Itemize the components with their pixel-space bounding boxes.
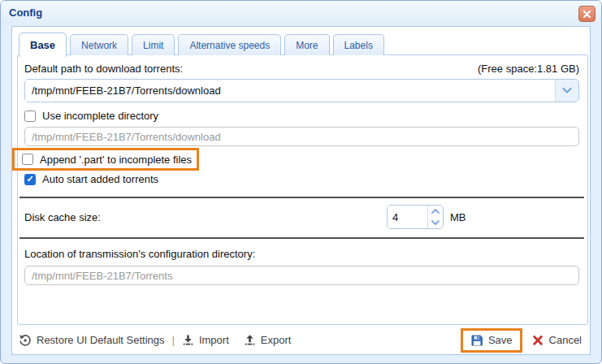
save-label: Save [488,334,513,346]
restore-icon [19,334,32,347]
auto-start-label: Auto start added torrents [42,173,158,185]
close-icon[interactable] [578,6,596,22]
export-button[interactable]: Export [244,334,292,346]
import-label: Import [199,334,229,346]
config-dir-label: Location of transmission's configuration… [24,248,255,260]
incomplete-path-input[interactable] [24,127,579,146]
config-dialog: Config Base Network Limit Alternative sp… [0,0,602,364]
chevron-down-icon[interactable] [555,80,578,102]
dialog-body-panel: Base Network Limit Alternative speeds Mo… [11,26,591,355]
tab-strip: Base Network Limit Alternative speeds Mo… [19,32,384,55]
tab-base[interactable]: Base [19,32,67,57]
append-part-row: Append '.part' to incomplete files [22,154,192,166]
default-path-input[interactable] [25,80,555,102]
tab-limit[interactable]: Limit [132,34,175,55]
import-button[interactable]: Import [182,334,229,346]
spinner-down-icon[interactable] [428,217,443,228]
use-incomplete-label: Use incomplete directory [42,110,158,122]
cancel-label: Cancel [549,334,582,346]
disk-cache-unit: MB [450,211,466,223]
tab-more[interactable]: More [284,34,329,55]
import-icon [182,334,194,346]
export-icon [244,334,256,346]
footer-separator: | [172,334,175,346]
divider [19,237,584,239]
tab-labels[interactable]: Labels [333,34,384,55]
append-part-label: Append '.part' to incomplete files [40,154,192,166]
dialog-titlebar: Config [1,1,601,25]
footer-toolbar: Restore UI Default Settings | Import Exp… [19,326,583,354]
save-highlight-box: Save [461,328,522,353]
save-button[interactable]: Save [470,334,513,347]
disk-cache-spinner [387,205,444,229]
default-path-combobox [24,79,579,102]
disk-cache-label: Disk cache size: [24,211,101,223]
restore-defaults-button[interactable]: Restore UI Default Settings [19,334,165,347]
auto-start-row: Auto start added torrents [24,173,158,185]
spinner-up-icon[interactable] [428,206,443,217]
cancel-button[interactable]: Cancel [531,334,582,347]
export-label: Export [261,334,292,346]
tab-network[interactable]: Network [70,34,128,55]
tab-alternative-speeds[interactable]: Alternative speeds [178,34,281,55]
divider [19,197,584,198]
append-part-highlight-box: Append '.part' to incomplete files [12,148,199,171]
use-incomplete-checkbox[interactable] [24,110,36,122]
save-icon [470,334,483,347]
base-tab-panel: Default path to download torrents: (Free… [17,54,588,325]
auto-start-checkbox[interactable] [24,174,36,185]
default-path-label: Default path to download torrents: [24,63,183,75]
use-incomplete-row: Use incomplete directory [24,110,158,122]
config-dir-input[interactable] [24,266,579,285]
append-part-checkbox[interactable] [22,154,33,165]
restore-defaults-label: Restore UI Default Settings [37,334,165,346]
disk-cache-input[interactable] [388,206,427,228]
cancel-x-icon [531,334,544,347]
dialog-title: Config [9,6,42,19]
free-space-label: (Free space:1.81 GB) [478,63,579,75]
